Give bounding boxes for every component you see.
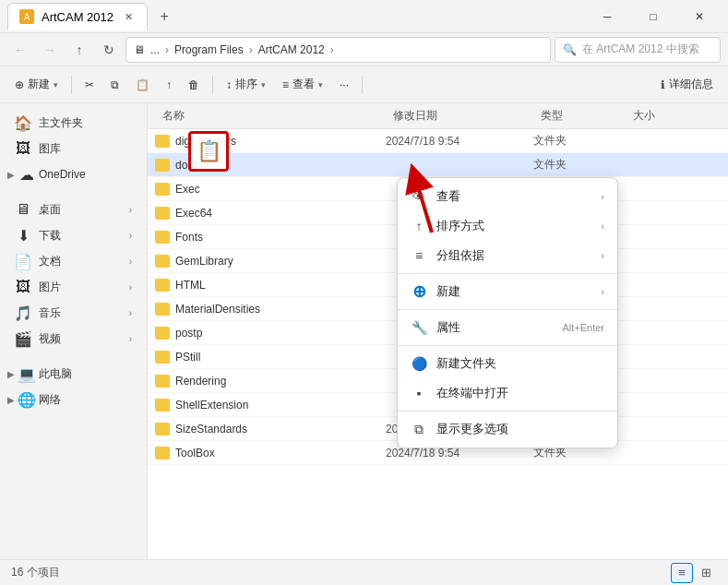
address-program-files[interactable]: Program Files xyxy=(174,43,244,56)
navigation-bar: ← → ↑ ↻ 🖥 ... › Program Files › ArtCAM 2… xyxy=(0,33,728,66)
table-row[interactable]: docs 文件夹 xyxy=(148,153,728,177)
col-header-type[interactable]: 类型 xyxy=(533,108,626,124)
sidebar-item-network[interactable]: ▶ 🌐 网络 xyxy=(0,388,147,412)
view-icon: ≡ xyxy=(282,78,289,91)
ctx-newfolder[interactable]: 🔵 新建文件夹 xyxy=(398,349,617,378)
address-nav-more[interactable]: ... xyxy=(150,43,160,56)
ctx-sort[interactable]: ↑ 排序方式 › xyxy=(398,211,617,241)
col-header-size[interactable]: 大小 xyxy=(626,108,699,124)
sidebar-label-gallery: 图库 xyxy=(39,141,61,157)
sidebar-item-onedrive[interactable]: ▶ ☁ OneDrive xyxy=(0,162,147,186)
col-header-name[interactable]: 名称 xyxy=(155,108,386,124)
sidebar-item-gallery[interactable]: 🖼 图库 xyxy=(4,137,143,161)
new-button[interactable]: ⊕ 新建 ▾ xyxy=(7,70,66,100)
sort-arrow: ▾ xyxy=(261,80,266,90)
sidebar-label-home: 主文件夹 xyxy=(39,115,83,131)
ctx-newfolder-icon: 🔵 xyxy=(411,355,427,372)
ctx-terminal[interactable]: ▪ 在终端中打开 xyxy=(398,378,617,408)
ctx-terminal-icon: ▪ xyxy=(411,385,427,401)
copy-button[interactable]: ⧉ xyxy=(103,70,126,100)
ctx-props-icon: 🔧 xyxy=(411,319,427,336)
share-button[interactable]: ↑ xyxy=(159,70,179,100)
gallery-icon: 🖼 xyxy=(15,140,31,157)
table-row[interactable]: digi_readers 2024/7/18 9:54 文件夹 xyxy=(148,129,728,153)
sidebar-item-music[interactable]: 🎵 音乐 › xyxy=(4,301,143,325)
cut-icon: ✂ xyxy=(85,78,94,91)
title-bar: A ArtCAM 2012 ✕ + ─ □ ✕ xyxy=(0,0,728,33)
thispc-expand-icon: ▶ xyxy=(7,369,15,379)
folder-icon xyxy=(155,207,170,220)
new-tab-button[interactable]: + xyxy=(151,4,177,30)
tab-close-button[interactable]: ✕ xyxy=(121,9,136,24)
sidebar-spacer xyxy=(0,188,147,196)
paste-icon: 📋 xyxy=(136,78,149,91)
address-bar[interactable]: 🖥 ... › Program Files › ArtCAM 2012 › xyxy=(125,37,551,63)
file-name: Rendering xyxy=(155,375,386,388)
ctx-group-arrow: › xyxy=(601,250,604,261)
ctx-new-label: 新建 xyxy=(436,283,460,300)
list-view-button[interactable]: ≡ xyxy=(671,563,693,583)
toolbar-sep-2 xyxy=(212,76,213,94)
address-artcam[interactable]: ArtCAM 2012 xyxy=(258,43,325,56)
details-icon: ℹ xyxy=(661,78,665,91)
context-menu: 👁 查看 › ↑ 排序方式 › ≡ 分组依据 › xyxy=(397,177,618,448)
close-button[interactable]: ✕ xyxy=(678,4,721,30)
search-box[interactable]: 🔍 在 ArtCAM 2012 中搜索 xyxy=(555,37,721,63)
window-controls: ─ □ ✕ xyxy=(586,4,721,30)
back-button[interactable]: ← xyxy=(7,37,33,63)
paste-button[interactable]: 📋 xyxy=(128,70,157,100)
ctx-moreoptions[interactable]: ⧉ 显示更多选项 xyxy=(398,414,617,444)
sidebar-item-pictures[interactable]: 🖼 图片 › xyxy=(4,275,143,299)
address-computer-icon: 🖥 xyxy=(134,43,145,56)
delete-button[interactable]: 🗑 xyxy=(181,70,207,100)
more-button[interactable]: ··· xyxy=(332,70,356,100)
maximize-button[interactable]: □ xyxy=(632,4,674,30)
file-name: PStill xyxy=(155,351,386,364)
up-button[interactable]: ↑ xyxy=(66,37,92,63)
view-button[interactable]: ≡ 查看 ▾ xyxy=(275,70,330,100)
ctx-new[interactable]: ⊕ 新建 › xyxy=(398,277,617,306)
ctx-sort-icon: ↑ xyxy=(411,218,427,234)
status-bar: 16 个项目 ≡ ⊞ xyxy=(0,559,728,585)
sidebar-label-network: 网络 xyxy=(39,392,61,408)
file-name: Exec64 xyxy=(155,207,386,220)
view-arrow: ▾ xyxy=(318,80,323,90)
cut-button[interactable]: ✂ xyxy=(78,70,101,100)
new-label: 新建 xyxy=(28,77,50,92)
sidebar-item-videos[interactable]: 🎬 视频 › xyxy=(4,327,143,351)
ctx-group[interactable]: ≡ 分组依据 › xyxy=(398,241,617,270)
file-name: ToolBox xyxy=(155,447,386,460)
sidebar-item-desktop[interactable]: 🖥 桌面 › xyxy=(4,197,143,221)
grid-view-button[interactable]: ⊞ xyxy=(695,563,717,583)
forward-button[interactable]: → xyxy=(37,37,63,63)
ctx-props-label: 属性 xyxy=(436,319,460,336)
ctx-view[interactable]: 👁 查看 › xyxy=(398,182,617,211)
minimize-button[interactable]: ─ xyxy=(586,4,628,30)
col-header-date[interactable]: 修改日期 xyxy=(386,108,533,124)
sidebar-label-desktop: 桌面 xyxy=(39,202,61,218)
folder-icon xyxy=(155,447,170,460)
details-button[interactable]: ℹ 详细信息 xyxy=(653,70,721,100)
view-toggle-group: ≡ ⊞ xyxy=(671,563,717,583)
sort-button[interactable]: ↕ 排序 ▾ xyxy=(219,70,273,100)
sidebar-item-download[interactable]: ⬇ 下载 › xyxy=(4,223,143,247)
view-label: 查看 xyxy=(292,77,315,92)
file-name: SizeStandards xyxy=(155,423,386,436)
file-type: 文件夹 xyxy=(533,157,626,173)
folder-icon xyxy=(155,231,170,244)
refresh-button[interactable]: ↻ xyxy=(96,37,122,63)
sidebar-item-thispc[interactable]: ▶ 💻 此电脑 xyxy=(0,362,147,386)
ctx-props[interactable]: 🔧 属性 Alt+Enter xyxy=(398,313,617,342)
file-area: 名称 修改日期 类型 大小 digi_readers 2024/7/18 9:5… xyxy=(148,103,728,559)
file-date: 2024/7/18 9:54 xyxy=(386,135,533,148)
pictures-icon: 🖼 xyxy=(15,279,31,295)
onedrive-icon: ☁ xyxy=(18,166,35,183)
sidebar-label-documents: 文档 xyxy=(39,254,61,269)
sidebar-item-documents[interactable]: 📄 文档 › xyxy=(4,249,143,273)
music-icon: 🎵 xyxy=(15,304,31,321)
sidebar-item-home[interactable]: 🏠 主文件夹 xyxy=(4,111,143,135)
browser-tab[interactable]: A ArtCAM 2012 ✕ xyxy=(7,3,148,30)
download-expand-icon: › xyxy=(129,231,132,241)
folder-icon xyxy=(155,135,170,148)
sidebar-label-music: 音乐 xyxy=(39,305,61,321)
